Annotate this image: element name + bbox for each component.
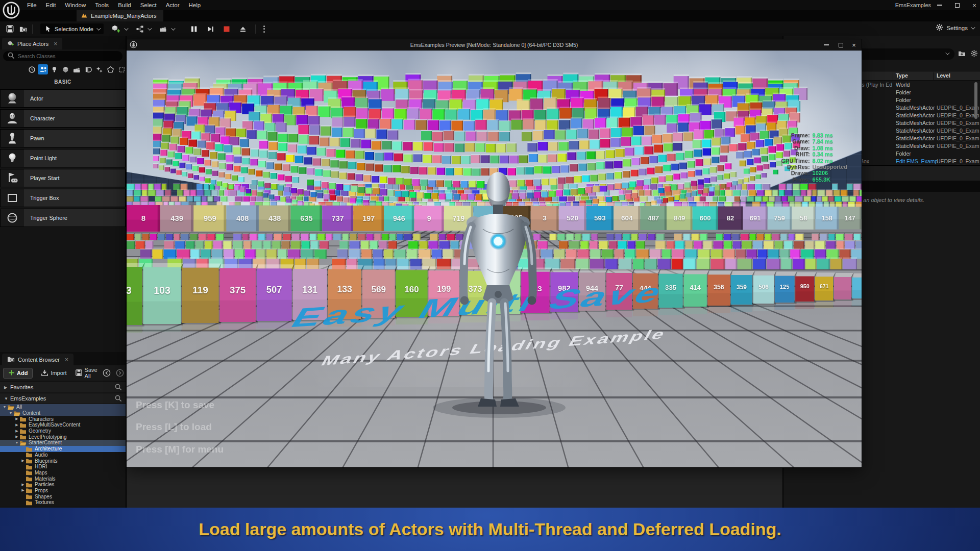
search-icon[interactable] xyxy=(114,394,121,403)
gear-icon[interactable] xyxy=(970,49,978,59)
tree-item-maps[interactable]: Maps xyxy=(0,470,126,476)
tree-item-blueprints[interactable]: ▶Blueprints xyxy=(0,458,126,464)
place-actors-tab[interactable]: Place Actors × xyxy=(2,38,62,49)
cinematics-button[interactable] xyxy=(157,23,174,35)
search-classes-input[interactable] xyxy=(17,53,109,60)
place-item-pawn[interactable]: Pawn xyxy=(0,129,126,147)
minimize-button[interactable] xyxy=(820,39,833,51)
unreal-engine-logo-icon[interactable] xyxy=(2,1,20,21)
tree-expander-icon[interactable]: ▼ xyxy=(14,441,19,444)
search-icon[interactable] xyxy=(114,383,121,391)
game-viewport[interactable]: Easy Multi Save Many Actors Loading Exam… xyxy=(127,51,862,467)
place-item-actor[interactable]: Actor xyxy=(0,89,126,108)
tree-item-label: All xyxy=(16,404,22,410)
column-type[interactable]: Type xyxy=(896,72,908,79)
tree-item-audio[interactable]: Audio xyxy=(0,452,126,458)
stop-button[interactable] xyxy=(220,23,233,35)
tree-expander-icon[interactable]: ▶ xyxy=(20,459,26,463)
selection-mode-dropdown[interactable]: Selection Mode xyxy=(40,23,104,34)
minimize-button[interactable] xyxy=(932,0,947,10)
asset-tab[interactable]: ExampleMap_ManyActors xyxy=(77,10,163,21)
place-item-label: Actor xyxy=(24,90,125,107)
tree-item-props[interactable]: ▶Props xyxy=(0,488,126,494)
tree-item-startercontent[interactable]: ▼StarterContent xyxy=(0,440,126,446)
media-filter-icon[interactable] xyxy=(83,64,93,74)
shapes-filter-icon[interactable] xyxy=(60,64,70,74)
tree-item-all[interactable]: ▼All xyxy=(0,404,126,410)
place-item-point-light[interactable]: Point Light xyxy=(0,149,126,167)
tree-expander-icon[interactable]: ▶ xyxy=(20,483,26,487)
menu-build[interactable]: Build xyxy=(113,0,136,10)
menu-select[interactable]: Select xyxy=(136,0,161,10)
settings-button[interactable]: Settings xyxy=(936,23,974,32)
new-folder-icon[interactable] xyxy=(958,49,966,59)
add-button[interactable]: Add xyxy=(3,368,33,379)
tree-expander-icon[interactable]: ▼ xyxy=(2,405,7,409)
menu-help[interactable]: Help xyxy=(184,0,206,10)
pause-button[interactable] xyxy=(187,23,201,35)
column-level[interactable]: Level xyxy=(937,72,950,79)
menu-actor[interactable]: Actor xyxy=(161,0,184,10)
menu-edit[interactable]: Edit xyxy=(41,0,61,10)
content-browser-tab[interactable]: Content Browser × xyxy=(2,354,74,365)
frame-skip-button[interactable] xyxy=(204,23,217,35)
main-toolbar: Selection Mode xyxy=(0,21,980,36)
tree-item-hdri[interactable]: HDRI xyxy=(0,464,126,470)
browse-content-icon[interactable] xyxy=(16,23,30,35)
volumes-filter-icon[interactable] xyxy=(116,64,127,74)
place-item-trigger-box[interactable]: Trigger Box xyxy=(0,189,126,207)
menu-file[interactable]: File xyxy=(22,0,41,10)
tree-item-geometry[interactable]: ▶Geometry xyxy=(0,428,126,434)
tree-expander-icon[interactable]: ▶ xyxy=(14,423,19,427)
tree-expander-icon[interactable]: ▼ xyxy=(8,411,13,415)
tree-item-textures[interactable]: Textures xyxy=(0,499,126,506)
play-options-menu[interactable] xyxy=(263,26,265,33)
tree-item-characters[interactable]: ▶Characters xyxy=(0,416,126,422)
preview-titlebar[interactable]: EmsExamples Preview [NetMode: Standalone… xyxy=(127,39,862,51)
maximize-button[interactable] xyxy=(949,0,965,10)
close-button[interactable]: × xyxy=(967,0,980,10)
place-item-character[interactable]: Character xyxy=(0,109,126,128)
project-section[interactable]: ▼ EmsExamples xyxy=(0,393,126,404)
basic-filter-icon[interactable] xyxy=(38,64,48,74)
place-item-trigger-sphere[interactable]: Trigger Sphere xyxy=(0,209,126,227)
recently-placed-filter-icon[interactable] xyxy=(27,64,37,74)
tree-item-architecture[interactable]: Architecture xyxy=(0,446,126,452)
favorites-section[interactable]: ▶ Favorites xyxy=(0,382,126,392)
save-icon[interactable] xyxy=(3,23,16,35)
close-icon[interactable]: × xyxy=(65,356,68,363)
add-actor-button[interactable] xyxy=(110,23,127,35)
eject-button[interactable] xyxy=(236,23,250,35)
blueprints-button[interactable] xyxy=(133,23,151,35)
folder-icon xyxy=(26,499,33,506)
tree-item-easymultisavecontent[interactable]: ▶EasyMultiSaveContent xyxy=(0,422,126,428)
menu-tools[interactable]: Tools xyxy=(90,0,113,10)
import-button[interactable]: Import xyxy=(41,369,66,378)
tree-item-content[interactable]: ▼Content xyxy=(0,410,126,416)
outliner-scrollbar[interactable] xyxy=(974,82,977,119)
close-icon[interactable]: × xyxy=(54,40,57,47)
outliner-edit-link[interactable]: Edit EMS_Examp xyxy=(896,158,938,165)
tree-item-shapes[interactable]: Shapes xyxy=(0,493,126,499)
lights-filter-icon[interactable] xyxy=(49,64,59,74)
tree-item-levelprototyping[interactable]: ▶LevelPrototyping xyxy=(0,434,126,440)
save-all-button[interactable]: Save All xyxy=(75,367,97,379)
back-button[interactable] xyxy=(103,369,111,377)
tree-expander-icon[interactable]: ▶ xyxy=(14,429,19,433)
menu-window[interactable]: Window xyxy=(60,0,90,10)
cinematic-filter-icon[interactable] xyxy=(71,64,82,74)
maximize-button[interactable] xyxy=(834,39,847,51)
close-button[interactable]: × xyxy=(847,39,861,51)
search-classes-box[interactable] xyxy=(3,51,122,61)
editor-viewport-strip xyxy=(127,467,782,508)
tree-expander-icon[interactable]: ▶ xyxy=(20,488,26,492)
tree-item-particles[interactable]: ▶Particles xyxy=(0,482,126,488)
geometry-filter-icon[interactable] xyxy=(105,64,115,74)
visual-effects-filter-icon[interactable] xyxy=(94,64,104,74)
add-cube-icon xyxy=(110,23,123,35)
tree-item-materials[interactable]: Materials xyxy=(0,475,126,482)
tree-expander-icon[interactable]: ▶ xyxy=(14,435,19,439)
tree-expander-icon[interactable]: ▶ xyxy=(14,417,19,421)
forward-button[interactable] xyxy=(116,369,124,377)
place-item-player-start[interactable]: Player Start xyxy=(0,169,126,187)
